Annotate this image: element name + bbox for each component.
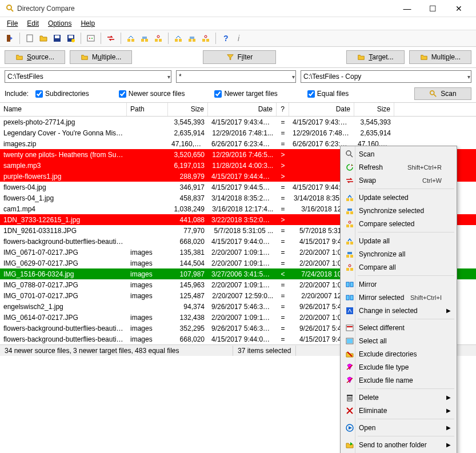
multiple-source-button[interactable]: Multiple...	[70, 50, 132, 64]
options-icon[interactable]	[85, 32, 97, 45]
new-icon[interactable]	[23, 32, 36, 45]
context-item-open[interactable]: Open▶	[342, 421, 455, 434]
menu-help[interactable]: Help	[76, 18, 99, 29]
cell-name: flowers-04_1.jpg	[0, 194, 127, 203]
col-path[interactable]: Path	[127, 103, 168, 116]
context-item-compare-selected[interactable]: Compare selected	[342, 217, 455, 230]
menu-options[interactable]: Options	[43, 18, 76, 29]
svg-rect-36	[346, 198, 349, 201]
cell-name: flowers-background-butterflies-beautiful…	[0, 237, 127, 246]
context-item-update-selected[interactable]: Update selected	[342, 191, 455, 204]
equal-files-checkbox[interactable]: Equal files	[307, 90, 349, 98]
compare-all-icon[interactable]	[199, 32, 212, 45]
context-item-select-all[interactable]: Select all	[342, 334, 455, 347]
compare-icon	[345, 263, 354, 272]
context-item-mirror[interactable]: Mirror	[342, 278, 455, 291]
context-item-update-all[interactable]: Update all	[342, 234, 455, 247]
context-sep	[358, 275, 454, 276]
sync-sel-icon[interactable]	[138, 32, 151, 45]
context-item-change-in-selected[interactable]: Change in selected▶	[342, 304, 455, 317]
target-button[interactable]: Target...	[346, 50, 404, 64]
filter-input[interactable]	[176, 70, 296, 83]
newer-source-checkbox[interactable]: Newer source files	[119, 90, 185, 98]
newer-target-checkbox[interactable]: Newer target files	[214, 90, 277, 98]
context-label: Synchronize all	[359, 250, 405, 258]
exit-icon[interactable]	[3, 32, 16, 45]
context-item-synchronize-selected[interactable]: Synchronize selected	[342, 204, 455, 217]
minimize-button[interactable]: —	[394, 0, 420, 17]
context-item-exclude-directories[interactable]: Exclude directories	[342, 347, 455, 360]
col-date2[interactable]: Date	[289, 103, 354, 116]
saveas-icon[interactable]	[65, 32, 77, 45]
menu-file[interactable]: File	[2, 18, 22, 29]
cell-path	[127, 241, 168, 242]
close-button[interactable]: ✕	[446, 0, 471, 17]
menu-edit[interactable]: Edit	[22, 18, 43, 29]
cell-mark: =	[277, 118, 289, 127]
update-all-icon[interactable]	[172, 32, 185, 45]
source-button[interactable]: Source...	[5, 50, 65, 64]
context-item-swap[interactable]: SwapCtrl+W	[342, 174, 455, 187]
context-item-mirror-selected[interactable]: Mirror selectedShift+Ctrl+I	[342, 291, 455, 304]
exclname-icon	[345, 376, 354, 385]
maximize-button[interactable]: ☐	[420, 0, 446, 17]
swap-icon[interactable]	[105, 32, 117, 45]
svg-rect-54	[346, 307, 353, 314]
cell-date2: 12/29/2016 7:48:1...	[289, 129, 354, 138]
cell-date1: 4/15/2017 9:43:46 ...	[208, 118, 277, 127]
excldir-icon	[345, 350, 354, 359]
context-item-exclude-file-type[interactable]: Exclude file type	[342, 360, 455, 374]
context-item-scan[interactable]: Scan	[342, 147, 455, 161]
svg-rect-48	[350, 268, 353, 271]
filter-button[interactable]: Filter	[203, 50, 277, 64]
toolbar-sep	[19, 33, 20, 44]
menubar: File Edit Options Help	[0, 17, 476, 30]
svg-rect-22	[189, 39, 191, 42]
context-item-delete[interactable]: Delete▶	[342, 391, 455, 404]
open-icon[interactable]	[37, 32, 50, 45]
table-row[interactable]: pexels-photo-27714.jpg3,545,3934/15/2017…	[0, 117, 476, 127]
save-icon[interactable]	[51, 32, 63, 45]
svg-point-11	[89, 38, 90, 39]
cell-path: images	[127, 259, 168, 268]
context-item-send-to-another-folder[interactable]: Send to another folder▶	[342, 438, 455, 451]
target-path-input[interactable]	[301, 70, 471, 83]
context-item-refresh[interactable]: +RefreshShift+Ctrl+R	[342, 161, 455, 174]
col-mark[interactable]: ?	[277, 103, 289, 116]
magnify-icon	[345, 150, 354, 159]
multiple-target-button[interactable]: Multiple...	[409, 50, 471, 64]
about-icon[interactable]: i	[233, 32, 246, 45]
scan-button[interactable]: Scan	[414, 87, 471, 100]
cell-mark: =	[277, 205, 289, 214]
subdirs-checkbox[interactable]: Subdirectories	[35, 90, 89, 98]
sync-all-icon[interactable]	[186, 32, 198, 45]
toolbar-sep	[81, 33, 81, 44]
col-date1[interactable]: Date	[208, 103, 277, 116]
context-item-eliminate[interactable]: Eliminate▶	[342, 404, 455, 417]
update-icon	[345, 236, 354, 246]
svg-text:i: i	[238, 34, 240, 43]
svg-rect-51	[350, 282, 353, 287]
col-size2[interactable]: Size	[354, 103, 394, 116]
cell-mark: =	[277, 313, 289, 322]
col-name[interactable]: Name	[0, 103, 127, 116]
cell-mark: =	[277, 324, 289, 333]
context-item-compare-all[interactable]: Compare all	[342, 260, 455, 274]
context-item-exclude-file-name[interactable]: Exclude file name	[342, 374, 455, 387]
help-icon[interactable]: ?	[219, 32, 232, 45]
cell-path: images	[127, 280, 168, 290]
toolbar-sep	[168, 33, 169, 44]
svg-rect-2	[7, 35, 10, 42]
chevron-right-icon: ▶	[446, 407, 451, 414]
svg-rect-55	[346, 325, 353, 331]
chevron-right-icon: ▶	[446, 424, 451, 431]
cell-mark: =	[277, 139, 289, 149]
context-item-select-different[interactable]: Select different	[342, 321, 455, 334]
context-label: Select all	[359, 337, 387, 345]
update-sel-icon[interactable]	[125, 32, 137, 45]
table-row[interactable]: Legendary Cover - You're Gonna Miss Me .…	[0, 127, 476, 138]
source-path-input[interactable]	[5, 70, 171, 83]
col-size1[interactable]: Size	[168, 103, 208, 116]
context-item-synchronize-all[interactable]: Synchronize all	[342, 247, 455, 260]
compare-sel-icon[interactable]	[152, 32, 165, 45]
